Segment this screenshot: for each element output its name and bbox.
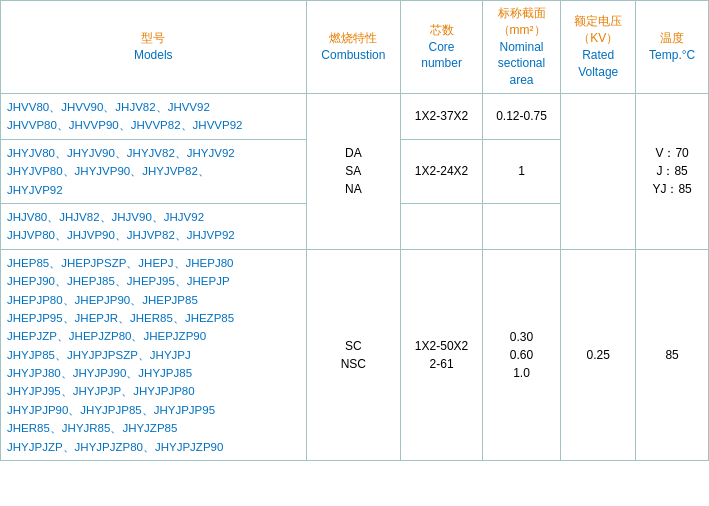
core-cell: [401, 203, 483, 249]
combustion-cell: DASANA: [306, 93, 401, 249]
sectional-cell: 0.300.601.0: [482, 249, 560, 460]
table-row: JHVV80、JHVV90、JHJV82、JHVV92JHVVP80、JHVVP…: [1, 93, 709, 139]
header-temp-zh: 温度: [642, 30, 702, 47]
core-cell: 1X2-24X2: [401, 139, 483, 203]
temp-cell: V：70J：85YJ：85: [636, 93, 709, 249]
combustion-cell: SCNSC: [306, 249, 401, 460]
header-models-zh: 型号: [7, 30, 300, 47]
header-models: 型号 Models: [1, 1, 307, 94]
voltage-cell: [561, 93, 636, 249]
header-core-en: Corenumber: [407, 39, 476, 73]
header-core: 芯数 Corenumber: [401, 1, 483, 94]
sectional-cell: 1: [482, 139, 560, 203]
header-voltage-en: RatedVoltage: [567, 47, 629, 81]
sectional-cell: 0.12-0.75: [482, 93, 560, 139]
header-combustion-zh: 燃烧特性: [313, 30, 395, 47]
header-temp-en: Temp.°C: [642, 47, 702, 64]
header-voltage-zh: 额定电压（KV）: [567, 13, 629, 47]
model-cell: JHYJV80、JHYJV90、JHYJV82、JHYJV92JHYJVP80、…: [1, 139, 307, 203]
header-sectional-en: Nominalsectionalarea: [489, 39, 554, 89]
header-sectional-zh: 标称截面（mm²）: [489, 5, 554, 39]
model-cell: JHVV80、JHVV90、JHJV82、JHVV92JHVVP80、JHVVP…: [1, 93, 307, 139]
table-body: JHVV80、JHVV90、JHJV82、JHVV92JHVVP80、JHVVP…: [1, 93, 709, 460]
sectional-cell: [482, 203, 560, 249]
header-voltage: 额定电压（KV） RatedVoltage: [561, 1, 636, 94]
core-cell: 1X2-37X2: [401, 93, 483, 139]
header-core-zh: 芯数: [407, 22, 476, 39]
model-cell: JHJV80、JHJV82、JHJV90、JHJV92JHJVP80、JHJVP…: [1, 203, 307, 249]
header-temp: 温度 Temp.°C: [636, 1, 709, 94]
header-sectional: 标称截面（mm²） Nominalsectionalarea: [482, 1, 560, 94]
model-cell: JHEP85、JHEPJPSZP、JHEPJ、JHEPJ80JHEPJ90、JH…: [1, 249, 307, 460]
voltage-cell: 0.25: [561, 249, 636, 460]
table-row: JHEP85、JHEPJPSZP、JHEPJ、JHEPJ80JHEPJ90、JH…: [1, 249, 709, 460]
header-models-en: Models: [7, 47, 300, 64]
header-combustion-en: Combustion: [313, 47, 395, 64]
temp-cell: 85: [636, 249, 709, 460]
core-cell: 1X2-50X22-61: [401, 249, 483, 460]
main-table: 型号 Models 燃烧特性 Combustion 芯数 Corenumber …: [0, 0, 709, 461]
header-combustion: 燃烧特性 Combustion: [306, 1, 401, 94]
